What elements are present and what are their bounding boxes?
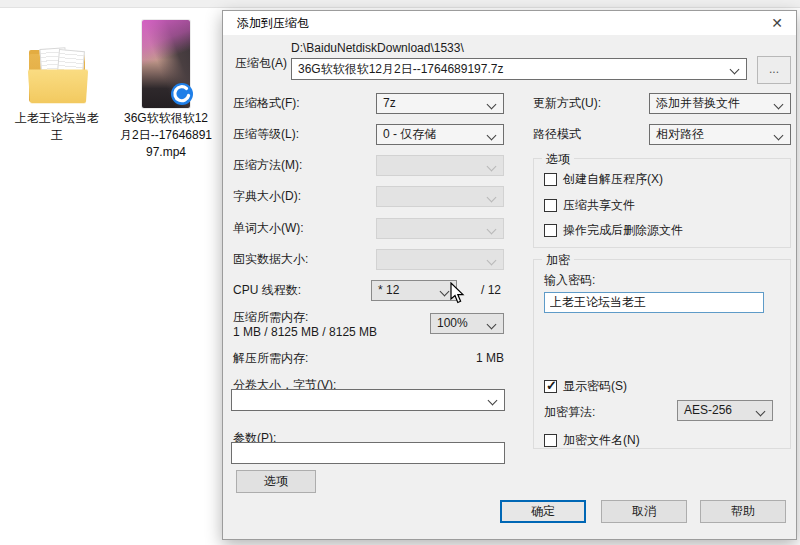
parameters-input[interactable] <box>231 442 505 464</box>
password-input[interactable] <box>544 292 764 313</box>
memory-extract-value: 1 MB <box>424 348 504 369</box>
chevron-down-icon[interactable] <box>730 65 740 75</box>
word-size-select <box>376 218 504 239</box>
checkbox-icon[interactable] <box>544 434 557 447</box>
options-group: 选项 创建自解压程序(X) 压缩共享文件 操作完成后删除源文件 <box>533 158 791 248</box>
media-player-badge-icon <box>170 82 194 106</box>
word-size-label: 单词大小(W): <box>233 218 304 239</box>
checkbox-icon[interactable] <box>544 224 557 237</box>
close-icon[interactable]: ✕ <box>764 13 790 33</box>
memory-percent-select[interactable]: 100% <box>430 313 504 334</box>
chevron-down-icon <box>756 407 766 417</box>
folder-icon-label[interactable]: 上老王论坛当老王 <box>13 110 101 144</box>
dictionary-select <box>376 186 504 207</box>
video-thumbnail[interactable] <box>142 20 190 108</box>
options-group-title: 选项 <box>542 151 574 168</box>
checkbox-compress-shared[interactable]: 压缩共享文件 <box>544 197 635 214</box>
update-mode-label: 更新方式(U): <box>533 93 601 114</box>
solid-block-label: 固实数据大小: <box>233 249 308 270</box>
cpu-threads-label: CPU 线程数: <box>233 280 301 301</box>
archive-directory-path: D:\BaiduNetdiskDownload\1533\ <box>291 38 464 59</box>
encryption-algo-label: 加密算法: <box>544 402 595 423</box>
encryption-algo-select[interactable]: AES-256 <box>677 400 773 421</box>
ok-button[interactable]: 确定 <box>500 500 586 523</box>
chevron-down-icon <box>487 162 497 172</box>
mouse-cursor-icon <box>450 282 465 304</box>
archive-name-value: 36G软软很软12月2日--1764689197.7z <box>298 62 503 76</box>
checkbox-create-sfx[interactable]: 创建自解压程序(X) <box>544 171 663 188</box>
dialog-title: 添加到压缩包 <box>237 15 309 32</box>
memory-extract-label: 解压所需内存: <box>233 348 308 369</box>
chevron-down-icon <box>487 131 497 141</box>
chevron-down-icon <box>774 100 784 110</box>
chevron-down-icon[interactable] <box>487 320 497 330</box>
checkbox-delete-after[interactable]: 操作完成后删除源文件 <box>544 222 683 239</box>
cpu-threads-select[interactable]: * 12 <box>371 280 457 301</box>
browse-button[interactable]: ... <box>757 56 791 84</box>
path-mode-label: 路径模式 <box>533 124 581 145</box>
cpu-threads-max: / 12 <box>481 280 501 301</box>
chevron-down-icon[interactable] <box>488 396 498 406</box>
format-select[interactable]: 7z <box>376 93 504 114</box>
chevron-down-icon[interactable] <box>440 287 450 297</box>
update-mode-select[interactable]: 添加并替换文件 <box>649 93 791 114</box>
add-to-archive-dialog: 添加到压缩包 ✕ 压缩包(A) D:\BaiduNetdiskDownload\… <box>222 10 797 540</box>
checkbox-checked-icon[interactable] <box>544 380 557 393</box>
memory-compress-detail: 1 MB / 8125 MB / 8125 MB <box>233 322 377 343</box>
method-select <box>376 155 504 176</box>
volume-size-combobox[interactable] <box>231 389 505 411</box>
format-label: 压缩格式(F): <box>233 93 300 114</box>
encryption-group-title: 加密 <box>542 252 574 269</box>
solid-block-select <box>376 249 504 270</box>
folder-icon[interactable] <box>27 48 89 108</box>
checkbox-show-password[interactable]: 显示密码(S) <box>544 378 627 395</box>
dictionary-label: 字典大小(D): <box>233 186 301 207</box>
encryption-group: 加密 输入密码: 显示密码(S) 加密算法: AES-256 加密文件名(N) <box>533 259 791 449</box>
help-button[interactable]: 帮助 <box>700 500 786 523</box>
checkbox-icon[interactable] <box>544 199 557 212</box>
archive-label: 压缩包(A) <box>235 53 287 74</box>
path-mode-select[interactable]: 相对路径 <box>649 124 791 145</box>
chevron-down-icon <box>487 193 497 203</box>
level-label: 压缩等级(L): <box>233 124 299 145</box>
checkbox-icon[interactable] <box>544 173 557 186</box>
video-icon-label[interactable]: 36G软软很软12月2日--1764689197.mp4 <box>118 110 214 161</box>
background-window-edge <box>0 0 800 8</box>
chevron-down-icon <box>774 131 784 141</box>
checkbox-encrypt-filenames[interactable]: 加密文件名(N) <box>544 432 640 449</box>
options-button[interactable]: 选项 <box>236 470 316 493</box>
level-select[interactable]: 0 - 仅存储 <box>376 124 504 145</box>
chevron-down-icon <box>487 225 497 235</box>
chevron-down-icon <box>487 256 497 266</box>
cancel-button[interactable]: 取消 <box>601 500 687 523</box>
method-label: 压缩方法(M): <box>233 155 302 176</box>
dialog-titlebar[interactable]: 添加到压缩包 ✕ <box>223 11 796 35</box>
chevron-down-icon <box>487 100 497 110</box>
archive-name-combobox[interactable]: 36G软软很软12月2日--1764689197.7z <box>291 58 747 80</box>
password-label: 输入密码: <box>544 270 595 291</box>
